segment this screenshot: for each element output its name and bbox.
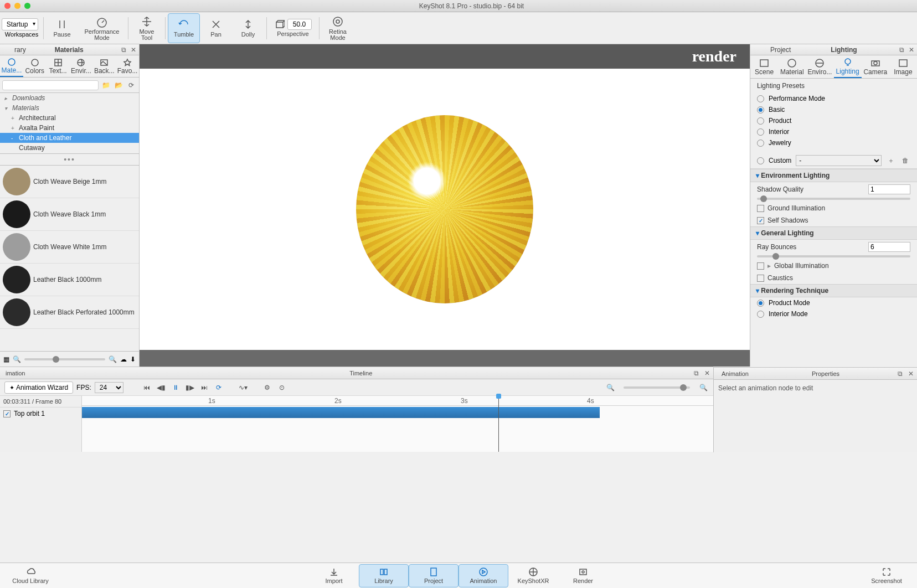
material-thumb[interactable]: Leather Black 1000mm <box>0 264 139 296</box>
zoom-in-icon[interactable]: 🔍 <box>109 355 117 363</box>
tree-downloads[interactable]: ▸Downloads <box>0 93 139 103</box>
tree-item-architectural[interactable]: +Architectural <box>0 113 139 123</box>
undock-icon[interactable]: ⧉ <box>897 45 906 54</box>
fps-select[interactable]: 24 <box>95 382 123 393</box>
render-viewport[interactable]: render <box>140 44 750 367</box>
timeline-canvas[interactable]: 1s 2s 3s 4s <box>82 396 713 452</box>
skip-start-icon[interactable]: ⏮ <box>141 382 152 393</box>
subtab-colors[interactable]: Colors <box>23 55 47 77</box>
preset-basic[interactable]: Basic <box>757 104 910 115</box>
timeline-track-row[interactable]: Top orbit 1 <box>0 408 81 420</box>
ray-bounces-slider[interactable] <box>757 255 910 257</box>
maximize-window-icon[interactable] <box>24 3 30 9</box>
splitter-handle[interactable]: ••• <box>0 154 139 166</box>
rtab-image[interactable]: Image <box>889 55 917 78</box>
tree-item-cutaway[interactable]: Cutaway <box>0 143 139 153</box>
subtab-materials[interactable]: Mate... <box>0 55 23 77</box>
material-thumb[interactable]: Cloth Weave Beige 1mm <box>0 166 139 198</box>
library-tab-materials[interactable]: Materials <box>40 46 98 54</box>
expand-icon[interactable]: ▸ <box>767 262 771 270</box>
material-thumb[interactable]: Cloth Weave Black 1mm <box>0 198 139 231</box>
cloud-library-button[interactable]: Cloud Library <box>6 564 55 587</box>
zoom-in-icon[interactable]: 🔍 <box>698 382 709 393</box>
tree-item-axalta[interactable]: +Axalta Paint <box>0 123 139 133</box>
shadow-quality-slider[interactable] <box>757 198 910 200</box>
keyshotxr-button[interactable]: KeyShotXR <box>508 564 558 587</box>
render-button[interactable]: Render <box>558 564 608 587</box>
props-tab-animation[interactable]: Animation <box>714 370 756 377</box>
perspective-value[interactable] <box>287 19 312 30</box>
play-pause-icon[interactable]: ⏸ <box>170 382 181 393</box>
library-button[interactable]: Library <box>359 564 409 587</box>
self-shadows-check[interactable] <box>757 217 764 224</box>
minimize-window-icon[interactable] <box>14 3 20 9</box>
preset-product[interactable]: Product <box>757 115 910 126</box>
pause-button[interactable]: Pause <box>46 13 78 43</box>
close-panel-icon[interactable]: ✕ <box>907 45 916 54</box>
pan-button[interactable]: Pan <box>200 13 232 43</box>
close-panel-icon[interactable]: ✕ <box>906 370 916 378</box>
zoom-out-icon[interactable]: 🔍 <box>13 355 21 363</box>
thumb-size-slider[interactable] <box>24 358 105 360</box>
import-button[interactable]: Import <box>309 564 359 587</box>
animation-wizard-button[interactable]: ✦ Animation Wizard <box>4 381 73 394</box>
tech-product[interactable]: Product Mode <box>757 297 910 308</box>
undock-icon[interactable]: ⧉ <box>119 45 128 54</box>
rtab-material[interactable]: Material <box>778 55 806 78</box>
workspace-dropdown[interactable]: Startup <box>2 18 39 30</box>
tumble-button[interactable]: Tumble <box>168 13 200 43</box>
add-preset-icon[interactable]: ＋ <box>886 156 896 166</box>
render-technique-header[interactable]: Rendering Technique <box>750 284 917 297</box>
material-search-input[interactable] <box>2 80 99 90</box>
tech-interior[interactable]: Interior Mode <box>757 308 910 319</box>
props-tab-properties[interactable]: Properties <box>756 370 895 377</box>
material-thumb[interactable]: Cloth Weave White 1mm <box>0 231 139 264</box>
settings-icon[interactable]: ⚙ <box>262 382 273 393</box>
rtab-scene[interactable]: Scene <box>750 55 778 78</box>
close-panel-icon[interactable]: ✕ <box>129 45 138 54</box>
env-lighting-header[interactable]: Environment Lighting <box>750 169 917 182</box>
timeline-zoom-slider[interactable] <box>624 386 690 389</box>
track-enable-check[interactable] <box>3 410 11 417</box>
general-lighting-header[interactable]: General Lighting <box>750 226 917 240</box>
download-icon[interactable]: ⬇ <box>130 355 136 363</box>
cloud-icon[interactable]: ☁ <box>120 355 127 363</box>
timeline-tab-animation[interactable]: imation <box>0 370 30 376</box>
screenshot-button[interactable]: Screenshot <box>862 564 911 587</box>
library-tab-rary[interactable]: rary <box>0 46 40 54</box>
preset-custom[interactable]: Custom <box>757 155 791 166</box>
undock-icon[interactable]: ⧉ <box>895 370 905 378</box>
timeline-tab-timeline[interactable]: Timeline <box>30 370 691 376</box>
move-tool-button[interactable]: Move Tool <box>131 13 163 43</box>
custom-preset-select[interactable]: - <box>796 155 882 166</box>
subtab-favorites[interactable]: Favo... <box>116 55 139 77</box>
step-back-icon[interactable]: ◀▮ <box>156 382 167 393</box>
retina-mode-button[interactable]: Retina Mode <box>322 13 354 43</box>
caustics-check[interactable] <box>757 275 764 282</box>
dolly-button[interactable]: Dolly <box>232 13 264 43</box>
playhead[interactable] <box>498 396 499 452</box>
material-thumb[interactable]: Leather Black Perforated 1000mm <box>0 296 139 329</box>
folder-in-icon[interactable]: 📁 <box>100 81 111 89</box>
subtab-textures[interactable]: Text... <box>47 55 70 77</box>
subtab-backplates[interactable]: Back... <box>92 55 116 77</box>
ray-bounces-input[interactable] <box>868 242 910 252</box>
zoom-out-icon[interactable]: 🔍 <box>605 382 616 393</box>
tree-materials[interactable]: ▾Materials <box>0 103 139 113</box>
close-window-icon[interactable] <box>4 3 11 9</box>
ground-illum-check[interactable] <box>757 205 764 212</box>
refresh-icon[interactable]: ⟳ <box>126 81 137 89</box>
folder-out-icon[interactable]: 📂 <box>113 81 124 89</box>
close-panel-icon[interactable]: ✕ <box>702 369 712 377</box>
loop-icon[interactable]: ⟳ <box>213 382 224 393</box>
project-button[interactable]: Project <box>409 564 458 587</box>
curve-icon[interactable]: ∿▾ <box>238 382 249 393</box>
grid-view-icon[interactable]: ▦ <box>3 355 9 363</box>
project-tab-project[interactable]: Project <box>750 46 811 54</box>
perspective-button[interactable]: Perspective <box>269 13 317 43</box>
delete-preset-icon[interactable]: 🗑 <box>900 157 910 164</box>
subtab-environments[interactable]: Envir... <box>69 55 92 77</box>
project-tab-lighting[interactable]: Lighting <box>811 46 877 54</box>
timeline-clip[interactable] <box>82 407 600 418</box>
preset-performance[interactable]: Performance Mode <box>757 93 910 104</box>
